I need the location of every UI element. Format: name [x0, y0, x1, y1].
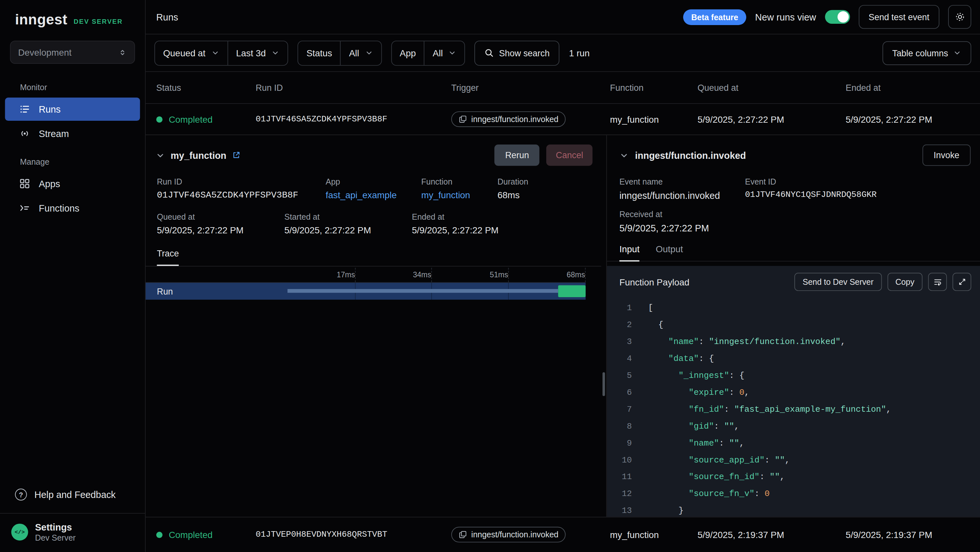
event-title: inngest/function.invoked — [635, 150, 746, 160]
app-window: inngest DEV SERVER Development Monitor R… — [0, 0, 980, 552]
gridline — [355, 268, 356, 282]
app-link[interactable]: fast_api_example — [326, 190, 421, 200]
function-cell: my_function — [610, 530, 697, 540]
line-number: 3 — [607, 333, 632, 351]
toggle-knob — [837, 11, 849, 23]
event-icon — [459, 531, 467, 539]
settings-subtitle: Dev Server — [35, 533, 76, 542]
environment-select-value: Development — [18, 47, 72, 57]
table-row[interactable]: Completed 01JTVEP0H8EVDNYXH68QRSTVBT inn… — [146, 517, 980, 552]
runs-icon — [19, 103, 31, 115]
expanded-run-panel: my_function Rerun Cancel Run ID 01JTVF46… — [146, 135, 980, 517]
help-label: Help and Feedback — [35, 489, 116, 500]
environment-select[interactable]: Development — [10, 41, 135, 64]
settings-entry[interactable]: </> Settings Dev Server — [0, 513, 145, 552]
logo-text: inngest — [15, 12, 67, 27]
meta-run-id: Run ID 01JTVF46SA5ZCDK4YPFSPV3B8F — [157, 177, 326, 200]
status-filter-value[interactable]: All — [340, 41, 381, 65]
app-filter-label: App — [391, 41, 424, 65]
gridline — [508, 268, 509, 282]
tab-trace[interactable]: Trace — [157, 248, 179, 266]
ended-at-cell: 5/9/2025, 2:19:37 PM — [846, 530, 980, 540]
word-wrap-icon — [933, 277, 942, 287]
invoke-button[interactable]: Invoke — [923, 145, 970, 166]
scrollbar-thumb[interactable] — [603, 372, 605, 396]
code-line: 1[ — [607, 300, 980, 317]
chevron-down-icon — [953, 49, 961, 57]
code-text: { — [648, 317, 663, 333]
trigger-pill[interactable]: inngest/function.invoked — [451, 526, 566, 542]
trace-chart: 17ms 34ms 51ms 68ms Run — [146, 266, 585, 300]
trigger-cell: inngest/function.invoked — [451, 111, 610, 127]
time-range-filter[interactable]: Last 3d — [227, 41, 288, 65]
code-text: "gid": "", — [648, 418, 739, 435]
code-lines[interactable]: 1[2 {3 "name": "inngest/function.invoked… — [607, 297, 980, 517]
show-search-label: Show search — [499, 48, 550, 58]
trigger-pill[interactable]: inngest/function.invoked — [451, 111, 566, 127]
search-icon — [485, 48, 494, 57]
sidebar-item-runs[interactable]: Runs — [5, 97, 140, 121]
run-actions: Rerun Cancel — [495, 145, 592, 166]
show-search-button[interactable]: Show search — [475, 40, 560, 65]
trace-span-row[interactable]: Run — [146, 283, 585, 300]
trigger-cell: inngest/function.invoked — [451, 526, 610, 542]
new-runs-view-toggle[interactable] — [825, 10, 850, 24]
collapse-chevron-icon[interactable] — [156, 150, 165, 160]
chevron-updown-icon — [118, 48, 127, 57]
event-io-tabs: Input Output — [607, 233, 980, 262]
line-number: 12 — [607, 486, 632, 503]
trace-span-bar — [288, 289, 558, 293]
trace-step-bar — [558, 286, 586, 297]
line-number: 1 — [607, 300, 632, 317]
meta-started-at: Started at 5/9/2025, 2:27:22 PM — [285, 212, 412, 235]
status-label: Completed — [169, 114, 213, 124]
filter-bar: Queued at Last 3d Status All — [146, 35, 980, 72]
axis-tick: 17ms — [337, 270, 355, 279]
line-number: 7 — [607, 401, 632, 418]
code-line: 9 "name": "", — [607, 435, 980, 452]
meta-function: Function my_function — [422, 177, 498, 200]
sidebar-item-functions[interactable]: Functions — [5, 196, 140, 220]
trace-tab-bar: Trace — [146, 235, 601, 266]
send-to-dev-server-button[interactable]: Send to Dev Server — [794, 273, 881, 291]
send-test-event-button[interactable]: Send test event — [859, 5, 940, 29]
main-area: Runs Beta feature New runs view Send tes… — [146, 0, 980, 552]
event-meta-row: Event name inngest/function.invoked Even… — [607, 171, 980, 201]
code-line: 13 } — [607, 503, 980, 517]
line-number: 10 — [607, 452, 632, 469]
expand-button[interactable] — [952, 273, 971, 291]
chevron-down-icon — [211, 49, 219, 57]
settings-gear-button[interactable] — [948, 5, 971, 29]
app-filter-value[interactable]: All — [424, 41, 465, 65]
collapse-chevron-icon[interactable] — [619, 150, 629, 160]
sidebar-item-stream[interactable]: Stream — [5, 122, 140, 145]
word-wrap-button[interactable] — [928, 273, 947, 291]
queued-at-filter[interactable]: Queued at — [155, 41, 227, 65]
line-number: 13 — [607, 503, 632, 517]
code-text: "data": { — [648, 350, 714, 367]
code-line: 12 "source_fn_v": 0 — [607, 486, 980, 503]
status-label: Completed — [169, 530, 213, 540]
table-columns-button[interactable]: Table columns — [882, 41, 971, 65]
section-label-monitor: Monitor — [0, 71, 145, 97]
trace-span-label: Run — [146, 286, 173, 296]
line-number: 11 — [607, 469, 632, 486]
axis-tick: 68ms — [567, 270, 585, 279]
cancel-button[interactable]: Cancel — [547, 145, 592, 166]
section-label-manage: Manage — [0, 146, 145, 172]
column-header-run-id: Run ID — [256, 83, 451, 93]
payload-title: Function Payload — [619, 277, 689, 287]
sidebar: inngest DEV SERVER Development Monitor R… — [0, 0, 146, 552]
settings-text: Settings Dev Server — [35, 522, 76, 542]
function-link[interactable]: my_function — [422, 190, 498, 200]
sidebar-item-apps[interactable]: Apps — [5, 172, 140, 195]
rerun-button[interactable]: Rerun — [495, 145, 540, 166]
tab-output[interactable]: Output — [656, 244, 683, 261]
help-and-feedback[interactable]: ? Help and Feedback — [0, 480, 145, 513]
line-number: 2 — [607, 317, 632, 333]
external-link-icon[interactable] — [232, 151, 240, 160]
event-id-field: Event ID 01JTVF46NYC1QSFJDNRDQ58GKR — [745, 177, 877, 201]
tab-input[interactable]: Input — [619, 244, 640, 262]
copy-button[interactable]: Copy — [887, 273, 923, 291]
table-row[interactable]: Completed 01JTVF46SA5ZCDK4YPFSPV3B8F inn… — [146, 104, 980, 135]
